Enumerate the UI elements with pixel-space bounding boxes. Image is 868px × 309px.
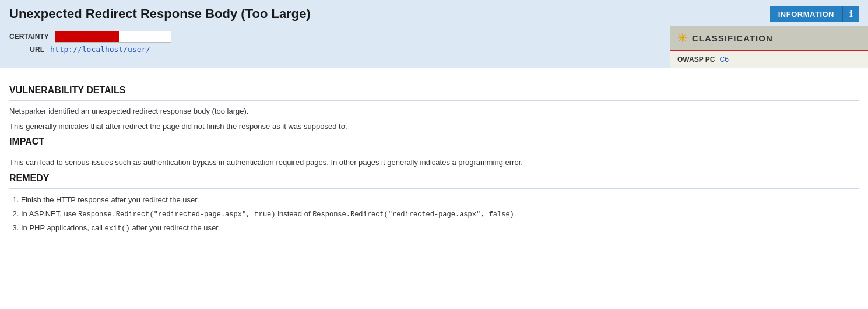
meta-left: CERTAINTY URL http://localhost/user/ — [0, 26, 660, 68]
classification-title: CLASSIFICATION — [692, 33, 773, 43]
information-button[interactable]: INFORMATION — [770, 6, 842, 22]
classification-header: ✳ CLASSIFICATION — [670, 26, 868, 51]
remedy-code-3: exit() — [105, 224, 130, 233]
owasp-label: OWASP PC — [677, 55, 715, 64]
info-circle-icon: ℹ — [849, 9, 853, 19]
remedy-item-1-text: Finish the HTTP response after you redir… — [21, 195, 199, 204]
impact-heading: IMPACT — [9, 136, 859, 147]
certainty-fill — [55, 31, 119, 42]
remedy-item-2-middle: instead of — [276, 209, 313, 218]
remedy-item-3-prefix: In PHP applications, call — [21, 223, 105, 232]
certainty-bar — [55, 31, 171, 43]
remedy-code-2: Response.Redirect("redirected-page.aspx"… — [312, 210, 514, 219]
list-item: Finish the HTTP response after you redir… — [21, 194, 859, 206]
info-button-group: INFORMATION ℹ — [770, 6, 859, 22]
remedy-heading: REMEDY — [9, 173, 859, 184]
page-header: Unexpected Redirect Response Body (Too L… — [0, 0, 868, 26]
main-content: VULNERABILITY DETAILS Netsparker identif… — [0, 68, 868, 309]
vulnerability-para-1: Netsparker identified an unexpected redi… — [9, 106, 859, 117]
remedy-item-3-suffix: after you redirect the user. — [130, 223, 220, 232]
classification-panel: ✳ CLASSIFICATION OWASP PC C6 — [670, 26, 868, 68]
list-item: In ASP.NET, use Response.Redirect("redir… — [21, 208, 859, 220]
classification-star-icon: ✳ — [677, 31, 687, 45]
url-link[interactable]: http://localhost/user/ — [50, 45, 150, 54]
vulnerability-details-heading: VULNERABILITY DETAILS — [9, 85, 859, 96]
list-item: In PHP applications, call exit() after y… — [21, 222, 859, 234]
certainty-label: CERTAINTY — [9, 33, 49, 41]
divider-3 — [9, 152, 859, 152]
info-icon-button[interactable]: ℹ — [842, 6, 859, 22]
url-row: URL http://localhost/user/ — [9, 45, 651, 54]
divider-1 — [9, 80, 859, 80]
divider-2 — [9, 100, 859, 101]
remedy-item-2-suffix: . — [514, 209, 516, 218]
certainty-row: CERTAINTY — [9, 31, 651, 43]
remedy-code-1: Response.Redirect("redirected-page.aspx"… — [78, 210, 275, 219]
meta-classification-row: CERTAINTY URL http://localhost/user/ ✳ C… — [0, 26, 868, 68]
vulnerability-para-2: This generally indicates that after redi… — [9, 121, 859, 132]
divider-4 — [9, 188, 859, 189]
owasp-link[interactable]: C6 — [719, 55, 728, 64]
classification-body: OWASP PC C6 — [670, 51, 868, 68]
impact-text: This can lead to serious issues such as … — [9, 157, 859, 168]
remedy-list: Finish the HTTP response after you redir… — [21, 194, 859, 235]
remedy-item-2-prefix: In ASP.NET, use — [21, 209, 78, 218]
url-label: URL — [9, 45, 44, 54]
page-title: Unexpected Redirect Response Body (Too L… — [9, 6, 311, 22]
